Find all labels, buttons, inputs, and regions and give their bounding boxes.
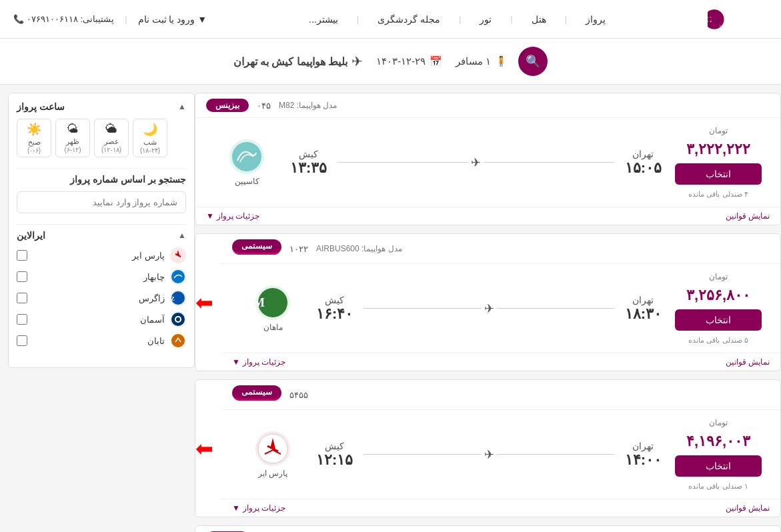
airline-item-zagros: Z زاگرس xyxy=(17,290,186,306)
airline-name: پارس ایر xyxy=(258,469,287,478)
flight-card: مدل هواپیما: V۴۷ ۱۰۲۲C بیزینس xyxy=(195,525,781,532)
time-btn-night[interactable]: 🌙 شب (۱۸-۲۴) xyxy=(133,119,167,157)
svg-point-13 xyxy=(176,317,180,321)
flight-model: مدل هواپیما: M82 xyxy=(279,101,337,110)
select-button[interactable]: انتخاب xyxy=(675,309,762,331)
time-range-morning: (۰-۶) xyxy=(27,147,41,154)
arrival-time: ۱۵:۰۵ xyxy=(625,159,662,177)
sidebar: ▲ ساعت پرواز 🌙 شب (۱۸-۲۴) 🌥 عصر (۱۲-۱۸) … xyxy=(8,93,195,368)
svg-point-8 xyxy=(171,270,185,283)
svg-text:HARTER: HARTER xyxy=(708,15,723,24)
rules-link[interactable]: نمایش قوانین xyxy=(726,503,770,513)
header-right: ▼ ورود یا ثبت نام | پشتیبانی: ۰۷۶۹۱۰۰۶۱۱… xyxy=(13,14,207,25)
airline-item-aseman: آسمان xyxy=(17,311,186,327)
departure-time: ۱۳:۳۵ xyxy=(290,159,327,177)
details-link[interactable]: جزئیات پرواز ▼ xyxy=(206,211,259,221)
sidebar-time-section: ▲ ساعت پرواز 🌙 شب (۱۸-۲۴) 🌥 عصر (۱۲-۱۸) … xyxy=(17,101,186,157)
nav-sep3: | xyxy=(459,14,461,24)
plane-icon: ✈ xyxy=(484,447,494,462)
flight-number: ۵۴۵۵ xyxy=(289,390,308,400)
header: C HARTER .ir پرواز | هتل | تور | مجله گر… xyxy=(0,0,781,39)
time-btn-noon[interactable]: 🌤 ظهر (۶-۱۲) xyxy=(55,119,90,157)
airline-name-aseman: آسمان xyxy=(140,315,165,325)
flight-line: ✈ xyxy=(337,155,614,170)
svg-point-4 xyxy=(232,142,261,171)
airline-checkbox-parsair[interactable] xyxy=(17,250,27,261)
line-right xyxy=(484,162,614,163)
chevron-icon: ▼ xyxy=(206,211,214,221)
airline-logo-taban xyxy=(170,333,186,349)
time-range-night: (۱۸-۲۴) xyxy=(140,147,160,154)
arrival-time: ۱۸:۳۰ xyxy=(625,305,662,323)
seats-left: ۱ صندلی باقی مانده xyxy=(688,482,748,491)
flight-route: تهران ۱۵:۰۵ ✈ کیش ۱۳:۳۵ xyxy=(277,149,675,177)
flight-badge: سیستمی xyxy=(232,385,281,401)
arrow-indicator: ⬅ xyxy=(195,234,213,371)
departure-info: کیش ۱۲:۱۵ xyxy=(316,441,353,469)
rules-link[interactable]: نمایش قوانین xyxy=(726,211,770,221)
flight-icon: ✈ xyxy=(351,53,363,69)
nav-sep2: | xyxy=(510,14,512,24)
details-link[interactable]: جزئیات پرواز ▼ xyxy=(232,357,285,367)
airline-checkbox-chabahar[interactable] xyxy=(17,271,27,282)
price-value: ۳,۲۵۶,۸۰۰ xyxy=(686,287,750,304)
nav-more[interactable]: بیشتر... xyxy=(309,14,338,25)
plane-icon: ✈ xyxy=(484,301,494,316)
phone-icon: 📞 xyxy=(13,14,24,24)
line-right xyxy=(497,454,614,455)
login-button[interactable]: ▼ ورود یا ثبت نام xyxy=(138,14,207,25)
sidebar-airlines-header[interactable]: ▲ ایرالاین xyxy=(17,230,186,241)
badge-wrap: سیستمی xyxy=(232,239,281,258)
airline-logo-parsair xyxy=(170,247,186,263)
flight-model: مدل هواپیما: AIRBUS600 xyxy=(316,244,402,253)
airline-checkbox-taban[interactable] xyxy=(17,335,27,346)
nav-hotel[interactable]: هتل xyxy=(532,14,546,25)
currency-label: تومان xyxy=(709,272,728,281)
sidebar-time-header[interactable]: ▲ ساعت پرواز xyxy=(17,101,186,112)
airline-info: چابهار xyxy=(143,269,186,285)
select-button[interactable]: انتخاب xyxy=(675,163,762,185)
time-label-morning: صبح xyxy=(28,138,41,147)
airline-checkbox-aseman[interactable] xyxy=(17,314,27,325)
airline-name-chabahar: چابهار xyxy=(143,272,165,282)
details-link[interactable]: جزئیات پرواز ▼ xyxy=(232,503,285,513)
flight-number: ۰۴۵ xyxy=(257,101,271,111)
chevron-icon: ▼ xyxy=(232,357,240,367)
passenger-info: 🧍 ۱ مسافر xyxy=(456,55,508,67)
nav-magazine[interactable]: مجله گردشگری xyxy=(377,14,440,25)
svg-point-14 xyxy=(171,334,185,347)
flight-number-input[interactable] xyxy=(17,191,186,213)
nav-flight[interactable]: پرواز xyxy=(586,14,606,25)
airline-checkbox-zagros[interactable] xyxy=(17,293,27,303)
sidebar-flight-search: جستجو بر اساس شماره پرواز xyxy=(17,174,186,213)
line-left xyxy=(337,162,468,163)
search-title: بلیط هواپیما کیش به تهران xyxy=(233,55,348,68)
flight-card: مدل هواپیما: M82 ۰۴۵ بیزینس تومان ۳,۲۲۲,… xyxy=(195,93,781,225)
nav-tour[interactable]: تور xyxy=(480,14,492,25)
search-bar: 🔍 🧍 ۱ مسافر 📅 ۱۴۰۳-۱۲-۲۹ ✈ بلیط هواپیما … xyxy=(0,39,781,85)
arrival-city: تهران xyxy=(632,149,654,159)
chevron-icon: ▼ xyxy=(232,503,240,513)
flight-line: ✈ xyxy=(363,447,614,462)
flight-card-header: مدل هواپیما: M82 ۰۴۵ بیزینس xyxy=(195,93,780,118)
airline-section: پارس ایر xyxy=(243,431,303,478)
airline-logo-zagros: Z xyxy=(170,290,186,306)
rules-link[interactable]: نمایش قوانین xyxy=(726,357,770,367)
time-filter: 🌙 شب (۱۸-۲۴) 🌥 عصر (۱۲-۱۸) 🌤 ظهر (۶-۱۲) … xyxy=(17,119,186,157)
time-label-night: شب xyxy=(143,138,157,147)
time-btn-afternoon[interactable]: 🌥 عصر (۱۲-۱۸) xyxy=(94,119,129,157)
flight-card-header: ۵۴۵۵ سیستمی xyxy=(221,380,780,410)
seats-left: ۵ صندلی باقی مانده xyxy=(688,336,748,345)
time-btn-morning[interactable]: ☀️ صبح (۰-۶) xyxy=(17,119,51,157)
select-button[interactable]: انتخاب xyxy=(675,455,762,477)
flight-route: تهران ۱۸:۳۰ ✈ کیش ۱۶:۴۰ xyxy=(303,295,675,323)
flight-card-body: تومان ۴,۱۹۶,۰۰۳ انتخاب ۱ صندلی باقی ماند… xyxy=(221,410,780,499)
airline-name-taban: تابان xyxy=(147,336,165,346)
arrival-info: تهران ۱۸:۳۰ xyxy=(625,295,662,323)
currency-label: تومان xyxy=(709,126,728,135)
flight-number: ۱۰۲۲ xyxy=(289,244,308,254)
search-button[interactable]: 🔍 xyxy=(518,47,548,76)
sun-icon: 🌤 xyxy=(67,122,79,136)
date-info: 📅 ۱۴۰۳-۱۲-۲۹ xyxy=(376,55,442,67)
airline-logo xyxy=(229,139,264,174)
